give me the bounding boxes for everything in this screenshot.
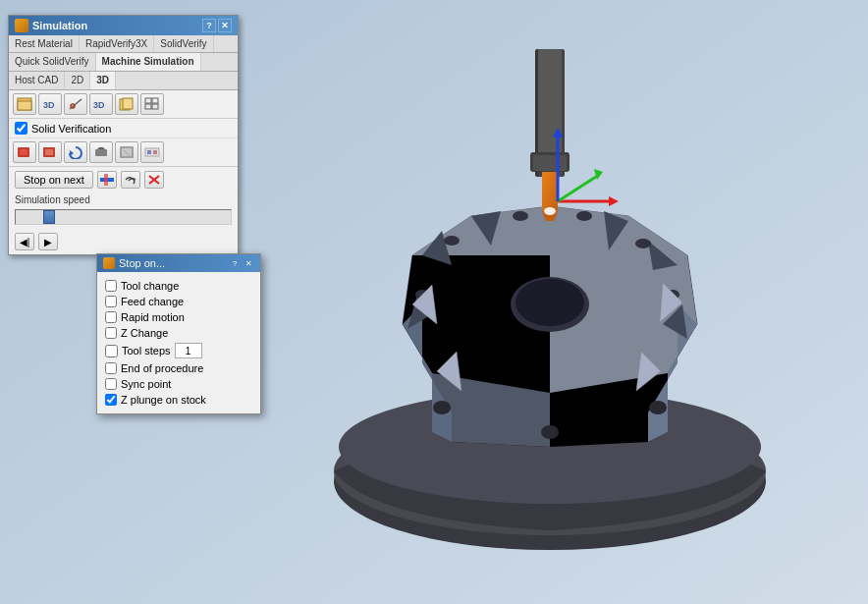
z-change-label[interactable]: Z Change	[121, 327, 168, 339]
option-tool-change: Tool change	[105, 278, 252, 294]
svg-rect-41	[152, 98, 158, 103]
tab-quick-solidverify[interactable]: Quick SolidVerify	[9, 53, 96, 71]
svg-point-14	[515, 279, 584, 326]
titlebar-controls: ? ✕	[202, 19, 232, 32]
sim-speed-label: Simulation speed	[9, 192, 238, 207]
sync-point-checkbox[interactable]	[105, 378, 117, 390]
toolbar-btn-9[interactable]	[64, 141, 87, 163]
svg-marker-48	[70, 150, 74, 156]
feed-change-checkbox[interactable]	[105, 296, 117, 307]
svg-rect-52	[122, 148, 132, 156]
color-button[interactable]	[97, 171, 117, 189]
link-button[interactable]	[121, 171, 140, 189]
toolbar-btn-1[interactable]	[13, 93, 36, 115]
svg-point-11	[541, 425, 559, 439]
help-button[interactable]: ?	[202, 19, 216, 32]
toolbar-btn-7[interactable]	[13, 141, 36, 163]
dialog-help-button[interactable]: ?	[229, 257, 241, 269]
tab-rest-material[interactable]: Rest Material	[9, 35, 80, 52]
option-sync-point: Sync point	[105, 376, 252, 392]
tab-row-1: Rest Material RapidVerify3X SolidVerify	[9, 35, 238, 53]
solid-verification-label[interactable]: Solid Verification	[31, 123, 111, 135]
option-feed-change: Feed change	[105, 294, 252, 309]
tool-steps-checkbox[interactable]	[105, 345, 118, 357]
toolbar-btn-11[interactable]	[115, 141, 138, 163]
z-change-checkbox[interactable]	[105, 327, 117, 339]
dialog-titlebar-left: Stop on...	[103, 257, 165, 269]
play-button[interactable]: ▶	[38, 233, 58, 250]
stop-on-dialog: Stop on... ? ✕ Tool change Feed change R…	[96, 253, 261, 414]
toolbar-row-1: 3D 3D	[9, 90, 238, 119]
toolbar-btn-12[interactable]	[140, 141, 164, 163]
toolbar-btn-2[interactable]: 3D	[38, 93, 62, 115]
dialog-titlebar: Stop on... ? ✕	[97, 254, 260, 272]
svg-rect-22	[533, 155, 567, 171]
sync-point-label[interactable]: Sync point	[121, 378, 171, 390]
option-z-change: Z Change	[105, 325, 252, 341]
svg-point-12	[649, 401, 667, 414]
svg-point-31	[544, 207, 556, 215]
svg-text:3D: 3D	[93, 100, 105, 110]
playback-row: ◀| ▶	[9, 229, 238, 254]
tab-row-2: Quick SolidVerify Machine Simulation	[9, 53, 238, 72]
toolbar-btn-10[interactable]	[89, 141, 113, 163]
svg-point-10	[433, 401, 451, 414]
svg-rect-55	[147, 150, 151, 154]
tab-rapidverify[interactable]: RapidVerify3X	[80, 35, 154, 52]
toolbar-btn-8[interactable]	[38, 141, 62, 163]
svg-point-7	[635, 239, 651, 248]
speed-slider-track[interactable]	[15, 209, 232, 225]
svg-rect-23	[542, 172, 558, 211]
feed-change-label[interactable]: Feed change	[121, 296, 184, 307]
dialog-title: Stop on...	[119, 257, 165, 269]
toolbar-row-2	[9, 138, 238, 167]
speed-slider-container	[9, 207, 238, 229]
svg-rect-33	[18, 101, 31, 110]
dialog-body: Tool change Feed change Rapid motion Z C…	[97, 272, 260, 413]
tab-3d[interactable]: 3D	[90, 72, 116, 89]
svg-rect-47	[45, 149, 53, 155]
svg-rect-45	[20, 149, 27, 155]
simulation-panel: Simulation ? ✕ Rest Material RapidVerify…	[8, 15, 239, 255]
tool-change-label[interactable]: Tool change	[121, 280, 179, 292]
svg-rect-42	[145, 104, 151, 109]
toolbar-btn-5[interactable]	[115, 93, 138, 115]
speed-slider-thumb[interactable]	[43, 210, 55, 224]
tool-steps-input[interactable]	[175, 343, 202, 358]
toolbar-btn-4[interactable]: 3D	[89, 93, 113, 115]
end-procedure-label[interactable]: End of procedure	[121, 362, 203, 374]
z-plunge-label[interactable]: Z plunge on stock	[121, 394, 206, 406]
tab-host-cad[interactable]: Host CAD	[9, 72, 65, 89]
z-plunge-checkbox[interactable]	[105, 394, 117, 406]
stop-on-next-row: Stop on next	[9, 167, 238, 192]
step-back-button[interactable]: ◀|	[15, 233, 34, 250]
svg-text:3D: 3D	[43, 100, 55, 110]
svg-rect-58	[104, 174, 108, 186]
titlebar-left: Simulation	[15, 19, 87, 32]
rapid-motion-checkbox[interactable]	[105, 311, 117, 323]
tool-steps-label[interactable]: Tool steps	[122, 345, 171, 357]
stop-on-next-button[interactable]: Stop on next	[15, 171, 93, 189]
app-icon	[15, 19, 28, 32]
delete-button[interactable]	[144, 171, 164, 189]
tab-2d[interactable]: 2D	[65, 72, 90, 89]
svg-marker-50	[97, 147, 105, 149]
simulation-titlebar: Simulation ? ✕	[9, 16, 238, 35]
close-button[interactable]: ✕	[218, 19, 232, 32]
rapid-motion-label[interactable]: Rapid motion	[121, 311, 185, 323]
toolbar-btn-6[interactable]	[140, 93, 164, 115]
dialog-close-button[interactable]: ✕	[243, 257, 254, 269]
tool-change-checkbox[interactable]	[105, 280, 117, 292]
tab-solidverify[interactable]: SolidVerify	[154, 35, 213, 52]
solid-verification-checkbox[interactable]	[15, 122, 27, 135]
toolbar-btn-3[interactable]	[64, 93, 87, 115]
svg-rect-49	[95, 149, 107, 156]
end-procedure-checkbox[interactable]	[105, 362, 117, 374]
dialog-controls: ? ✕	[229, 257, 254, 269]
tab-machine-simulation[interactable]: Machine Simulation	[96, 53, 201, 71]
solid-verification-row: Solid Verification	[9, 119, 238, 138]
option-tool-steps: Tool steps	[105, 341, 252, 360]
svg-point-4	[444, 236, 460, 246]
svg-point-5	[513, 211, 528, 221]
tab-row-3: Host CAD 2D 3D	[9, 72, 238, 90]
